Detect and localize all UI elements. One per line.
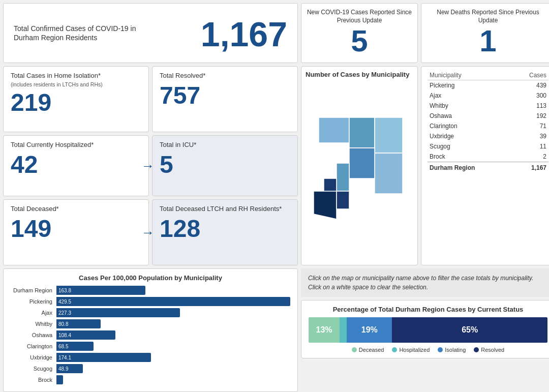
legend-label: Deceased	[359, 347, 384, 353]
bar-fill: 68.5	[56, 342, 94, 351]
col-cases: Cases	[512, 71, 548, 80]
durham-map-svg[interactable]	[309, 112, 410, 229]
muni-name: Clarington	[428, 121, 512, 131]
bar-fill: 174.1	[56, 353, 151, 362]
map-svg-area[interactable]	[306, 80, 413, 261]
home-isolation-value: 219	[11, 89, 141, 116]
hospitalized-title: Total Currently Hospitalized*	[11, 141, 141, 149]
table-row[interactable]: Whitby113	[428, 101, 548, 111]
arrow-to-icu: →	[141, 158, 155, 174]
table-row[interactable]: Ajax300	[428, 91, 548, 101]
clarington-region[interactable]	[375, 153, 403, 194]
muni-name: Whitby	[428, 101, 512, 111]
table-row[interactable]: Pickering439	[428, 80, 548, 91]
deceased-title: Total Deceased*	[11, 205, 141, 214]
arrow-to-ltch: →	[141, 225, 155, 240]
muni-name: Ajax	[428, 91, 512, 101]
new-cases-value: 5	[351, 24, 368, 58]
new-deaths-card: New Deaths Reported Since Previous Updat…	[421, 3, 549, 63]
muni-cases: 2	[512, 152, 548, 162]
bar-container	[56, 375, 290, 384]
oshawa-region[interactable]	[349, 148, 375, 178]
legend-dot	[352, 347, 357, 352]
bar-fill	[56, 375, 63, 384]
bar-fill: 227.3	[56, 308, 180, 317]
whitby-region[interactable]	[337, 163, 349, 191]
legend-dot	[474, 347, 479, 352]
bar-value: 48.9	[56, 366, 68, 372]
bar-row: Scugog 48.9	[11, 364, 290, 373]
home-isolation-title: Total Cases in Home Isolation*	[11, 72, 141, 80]
bar-row: Whitby 80.8	[11, 319, 290, 328]
legend-dot	[438, 347, 443, 352]
bar-chart-title: Cases Per 100,000 Population by Municipa…	[11, 274, 290, 282]
pct-bar: 13%19%65%	[309, 317, 547, 343]
pickering-region2[interactable]	[337, 191, 349, 209]
muni-cases: 11	[512, 141, 548, 152]
muni-name: Oshawa	[428, 111, 512, 121]
legend-dot	[392, 347, 397, 352]
legend-label: Hospitalized	[399, 347, 430, 353]
table-row[interactable]: Clarington71	[428, 121, 548, 131]
pct-segment	[340, 317, 347, 343]
bar-label: Uxbridge	[11, 354, 56, 360]
pct-segment: 65%	[392, 317, 547, 343]
new-cases-title: New COVID-19 Cases Reported Since Previo…	[307, 9, 412, 24]
pickering-region[interactable]	[314, 191, 337, 219]
table-row[interactable]: Scugog11	[428, 141, 548, 152]
muni-cases: 71	[512, 121, 548, 131]
bar-container: 108.4	[56, 330, 290, 340]
total-muni-name: Durham Region	[428, 162, 512, 173]
pct-chart-title: Percentage of Total Durham Region Cases …	[309, 306, 547, 313]
table-row[interactable]: Uxbridge39	[428, 131, 548, 141]
pct-chart-card: Percentage of Total Durham Region Cases …	[301, 300, 549, 358]
total-muni-cases: 1,167	[512, 162, 548, 173]
bar-row: Pickering 429.5	[11, 297, 290, 306]
total-resolved-value: 757	[160, 82, 290, 109]
map-title: Number of Cases by Municipality	[306, 71, 413, 78]
new-cases-card: New COVID-19 Cases Reported Since Previo…	[301, 3, 418, 63]
muni-name: Scugog	[428, 141, 512, 152]
bar-fill: 48.9	[56, 364, 83, 373]
bar-value: 68.5	[56, 344, 68, 349]
deceased-ltch-title: Total Deceased LTCH and RH Residents*	[160, 205, 290, 214]
icu-card: → Total in ICU* 5	[152, 135, 298, 196]
brock-region[interactable]	[319, 117, 349, 143]
bar-label: Durham Region	[11, 287, 56, 293]
muni-name: Pickering	[428, 80, 512, 91]
bar-label: Whitby	[11, 321, 56, 327]
muni-cases: 300	[512, 91, 548, 101]
bar-value: 227.3	[56, 310, 71, 316]
home-isolation-card: Total Cases in Home Isolation* (includes…	[3, 66, 149, 132]
muni-name: Brock	[428, 152, 512, 162]
col-municipality: Municipality	[428, 71, 512, 80]
bar-container: 68.5	[56, 342, 290, 351]
bar-container: 163.8	[56, 286, 290, 295]
hospitalized-value: 42	[11, 152, 141, 178]
bar-value: 108.4	[56, 333, 71, 338]
bar-fill: 108.4	[56, 330, 115, 340]
hospitalized-card: Total Currently Hospitalized* 42	[3, 135, 149, 196]
table-row-total[interactable]: Durham Region1,167	[428, 162, 548, 173]
bar-container: 80.8	[56, 319, 290, 328]
new-deaths-title: New Deaths Reported Since Previous Updat…	[426, 9, 549, 24]
total-confirmed-value: 1,167	[201, 15, 287, 53]
legend-item: Hospitalized	[392, 347, 430, 353]
map-card[interactable]: Number of Cases by Municipality	[301, 66, 418, 265]
bar-row: Oshawa 108.4	[11, 330, 290, 340]
legend-item: Resolved	[474, 347, 504, 353]
deceased-ltch-card: → Total Deceased LTCH and RH Residents* …	[152, 199, 298, 265]
bar-label: Ajax	[11, 310, 56, 316]
uxbridge-region[interactable]	[349, 117, 375, 148]
table-row[interactable]: Brock2	[428, 152, 548, 162]
scugog-region[interactable]	[375, 117, 403, 153]
bar-chart-container: Durham Region 163.8 Pickering 429.5 Ajax…	[11, 286, 290, 384]
legend-label: Isolating	[445, 347, 466, 353]
muni-cases: 439	[512, 80, 548, 91]
bar-row: Clarington 68.5	[11, 342, 290, 351]
table-row[interactable]: Oshawa192	[428, 111, 548, 121]
bar-fill: 163.8	[56, 286, 145, 295]
bar-container: 48.9	[56, 364, 290, 373]
bar-fill: 80.8	[56, 319, 101, 328]
bar-container: 429.5	[56, 297, 290, 306]
